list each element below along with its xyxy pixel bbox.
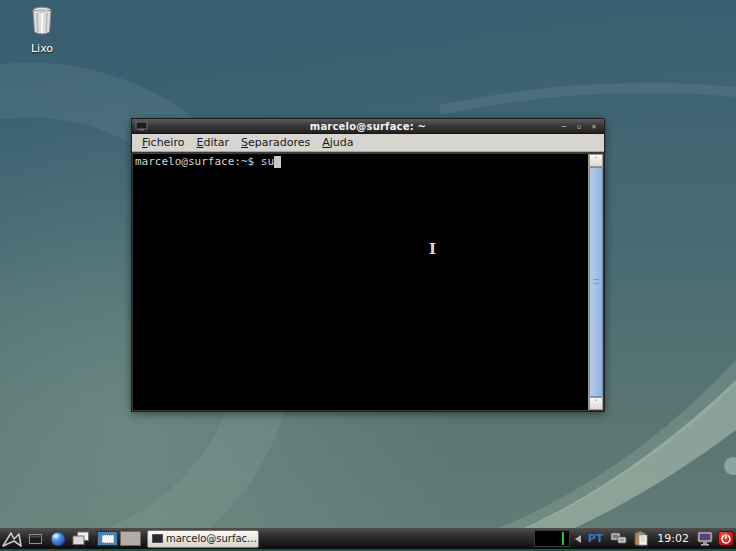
- prompt-line: marcelo@surface:~$ su: [133, 154, 603, 168]
- scrollbar-down-icon[interactable]: ˅: [589, 397, 603, 410]
- cpu-monitor[interactable]: [534, 530, 570, 547]
- menu-bar: Ficheiro Editar Separadores Ajuda: [132, 134, 604, 152]
- clipboard-manager-button[interactable]: [631, 530, 651, 548]
- display-settings-button[interactable]: [695, 530, 715, 548]
- lxde-logo-icon: [2, 531, 22, 547]
- desktop: Lixo marcelo@surface: ~ – ▫ ✕ Ficheiro E…: [0, 0, 736, 551]
- windows-stack-icon: [72, 531, 90, 546]
- workspace-pager: [97, 531, 141, 546]
- trash-icon[interactable]: Lixo: [18, 6, 66, 55]
- mouse-cursor-ibeam: I: [429, 240, 436, 258]
- task-window-icon: [152, 534, 163, 543]
- blue-globe-icon: [50, 531, 66, 547]
- prompt-text: marcelo@surface:~$ su: [135, 155, 274, 168]
- taskbar: marcelo@surfac... PT 19:02: [0, 528, 736, 549]
- menu-separadores[interactable]: Separadores: [235, 135, 316, 150]
- menu-separadores-accel: S: [241, 136, 248, 149]
- menu-ajuda[interactable]: Ajuda: [316, 135, 359, 150]
- menu-separadores-rest: eparadores: [248, 136, 310, 149]
- task-button-label: marcelo@surfac...: [166, 533, 257, 544]
- trash-label: Lixo: [18, 42, 66, 55]
- scrollbar-up-icon[interactable]: ˄: [589, 154, 603, 167]
- workspace-1[interactable]: [97, 531, 118, 546]
- window-title: marcelo@surface: ~: [132, 121, 604, 132]
- scrollbar-thumb[interactable]: [589, 167, 603, 397]
- maximize-button[interactable]: ▫: [574, 122, 584, 131]
- trash-can-icon: [29, 6, 55, 36]
- menu-ficheiro-rest: icheiro: [148, 136, 185, 149]
- network-status-button[interactable]: [608, 530, 628, 548]
- menu-editar[interactable]: Editar: [190, 135, 235, 150]
- tray-collapse-arrow-icon[interactable]: [575, 535, 581, 543]
- monitor-icon: [697, 531, 713, 546]
- workspace-window-thumb: [102, 535, 114, 543]
- task-button-terminal[interactable]: marcelo@surfac...: [147, 530, 259, 548]
- window-titlebar[interactable]: marcelo@surface: ~ – ▫ ✕: [132, 119, 604, 134]
- menu-ajuda-rest: juda: [330, 136, 354, 149]
- show-desktop-button[interactable]: [25, 530, 45, 548]
- terminal-cursor: [274, 156, 281, 168]
- launcher-globe-button[interactable]: [48, 530, 68, 548]
- show-desktop-icon: [29, 534, 42, 544]
- scrollbar[interactable]: ˄ ˅: [588, 154, 603, 410]
- keyboard-layout-indicator[interactable]: PT: [588, 532, 604, 545]
- network-monitors-icon: [610, 532, 627, 545]
- menu-ficheiro[interactable]: Ficheiro: [136, 135, 190, 150]
- power-icon: [721, 534, 731, 544]
- cpu-usage-line: [562, 532, 564, 545]
- menu-editar-rest: ditar: [203, 136, 229, 149]
- applications-menu-button[interactable]: [2, 530, 22, 548]
- workspace-2[interactable]: [120, 531, 141, 546]
- terminal-window: marcelo@surface: ~ – ▫ ✕ Ficheiro Editar…: [131, 118, 605, 412]
- launcher-file-manager-button[interactable]: [71, 530, 91, 548]
- close-button[interactable]: ✕: [589, 122, 599, 131]
- scrollbar-grip: [593, 279, 599, 284]
- terminal-output[interactable]: marcelo@surface:~$ su I ˄ ˅: [133, 154, 603, 410]
- menu-ajuda-accel: A: [322, 136, 330, 149]
- clock[interactable]: 19:02: [657, 532, 689, 545]
- clipboard-icon: [634, 531, 648, 546]
- minimize-button[interactable]: –: [559, 122, 569, 131]
- shutdown-button[interactable]: [718, 531, 734, 546]
